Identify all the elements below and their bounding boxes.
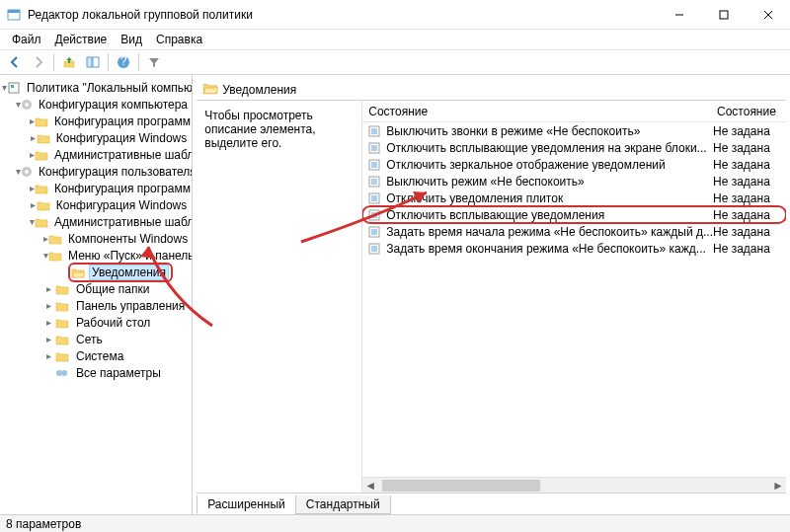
svg-point-14 [25,103,29,107]
setting-state: Не задана [713,208,786,222]
svg-rect-12 [11,85,14,88]
setting-icon [366,224,382,240]
list-row[interactable]: Задать время начала режима «Не беспокоит… [362,223,786,240]
setting-state: Не задана [713,158,786,172]
column-header-name[interactable]: Состояние [362,105,711,118]
menu-action[interactable]: Действие [49,31,114,48]
tree-item[interactable]: ▸Общие папки [2,280,190,297]
svg-point-16 [25,170,29,174]
horizontal-scrollbar[interactable]: ◄ ► [362,477,786,493]
tree-item[interactable]: ▸Конфигурация Windows [2,129,190,146]
tree-item-notifications[interactable]: Уведомления [2,264,190,280]
folder-icon [48,231,62,247]
maximize-button[interactable] [701,1,746,29]
list-header: Состояние Состояние [362,101,786,122]
folder-icon [54,332,70,347]
folder-icon [37,130,50,146]
setting-icon [366,157,382,173]
back-icon[interactable] [4,51,26,73]
forward-icon[interactable] [28,51,49,73]
setting-icon [366,140,382,156]
folder-open-icon [202,81,218,98]
help-icon[interactable]: ? [113,51,134,73]
setting-name: Выключить режим «Не беспокоить» [386,175,713,189]
list-row[interactable]: Выключить режим «Не беспокоить»Не задана [362,173,786,190]
setting-icon [366,207,382,223]
filter-icon[interactable] [143,51,165,73]
tree-item[interactable]: ▸Рабочий стол [2,314,190,331]
svg-rect-8 [93,57,99,67]
tree-item[interactable]: ▸Административные шаблоны [2,146,190,163]
setting-icon [366,190,382,206]
list-row[interactable]: Отключить уведомления плитокНе задана [362,190,786,206]
gear-icon [21,164,33,180]
tree-item[interactable]: ▸Панель управления [2,297,190,314]
window-title: Редактор локальной групповой политики [28,8,657,22]
setting-icon [366,123,382,139]
list-row[interactable]: Задать время окончания режима «Не беспок… [362,240,786,257]
list-row[interactable]: Выключить звонки в режиме «Не беспокоить… [362,122,786,139]
titlebar: Редактор локальной групповой политики [0,0,790,30]
tree-item[interactable]: ▸Конфигурация Windows [2,196,190,213]
status-text: 8 параметров [6,517,81,531]
tree-item-all-settings[interactable]: Все параметры [2,364,190,381]
tree-computer-config[interactable]: ▾ Конфигурация компьютера [2,96,190,113]
tree-item[interactable]: ▸Компоненты Windows [2,230,190,247]
tree-item[interactable]: ▸Система [2,347,190,364]
settings-icon [54,365,70,381]
menubar: Файл Действие Вид Справка [0,30,790,49]
folder-icon [37,197,50,213]
tab-bar: Расширенный Стандартный [197,493,786,514]
folder-icon [54,281,70,297]
setting-state: Не задана [713,242,786,256]
app-icon [6,7,22,23]
folder-icon [35,114,48,129]
scroll-thumb[interactable] [382,480,540,492]
setting-name: Отключить всплывающие уведомления на экр… [386,141,713,155]
tree-item[interactable]: ▸Конфигурация программ [2,180,190,196]
setting-name: Выключить звонки в режиме «Не беспокоить… [386,124,713,138]
list-row[interactable]: Отключить всплывающие уведомленияНе зада… [362,206,786,223]
svg-rect-3 [720,11,728,19]
scroll-left-icon[interactable]: ◄ [362,478,378,493]
setting-name: Отключить уведомления плиток [386,191,713,205]
tab-standard[interactable]: Стандартный [295,495,391,514]
setting-state: Не задана [713,141,786,155]
list-row[interactable]: Отключить зеркальное отображение уведомл… [362,156,786,173]
column-header-state[interactable]: Состояние [711,105,786,118]
setting-state: Не задана [713,124,786,138]
tree-item[interactable]: ▸Конфигурация программ [2,113,190,129]
svg-rect-7 [87,57,92,67]
setting-state: Не задана [713,175,786,189]
description-text: Чтобы просмотреть описание элемента, выд… [197,101,362,493]
tree-item[interactable]: ▾Меню «Пуск» и панель задач [2,247,190,264]
tree-root[interactable]: ▾ Политика "Локальный компьютер" [2,79,190,96]
tree-item[interactable]: ▾Административные шаблоны [2,213,190,230]
gear-icon [21,97,33,113]
menu-help[interactable]: Справка [150,31,208,48]
folder-open-icon [70,265,86,280]
panel-header: Уведомления [197,79,786,101]
setting-state: Не задана [713,191,786,205]
folder-icon [35,181,48,196]
show-hide-tree-icon[interactable] [82,51,104,73]
setting-state: Не задана [713,225,786,239]
statusbar: 8 параметров [0,514,790,532]
folder-icon [54,348,70,364]
setting-name: Отключить всплывающие уведомления [386,208,713,222]
tree-user-config[interactable]: ▾ Конфигурация пользователя [2,163,190,180]
tree-pane: ▾ Политика "Локальный компьютер" ▾ Конфи… [0,75,193,514]
tree-item[interactable]: ▸Сеть [2,331,190,347]
menu-view[interactable]: Вид [115,31,148,48]
folder-icon [35,147,48,163]
toolbar: ? [0,49,790,75]
panel-title: Уведомления [222,83,296,97]
up-icon[interactable] [58,51,80,73]
folder-icon [54,315,70,331]
close-button[interactable] [746,1,790,29]
scroll-right-icon[interactable]: ► [770,478,786,493]
minimize-button[interactable] [657,1,701,29]
list-row[interactable]: Отключить всплывающие уведомления на экр… [362,139,786,156]
menu-file[interactable]: Файл [6,31,47,48]
tab-extended[interactable]: Расширенный [197,495,296,514]
